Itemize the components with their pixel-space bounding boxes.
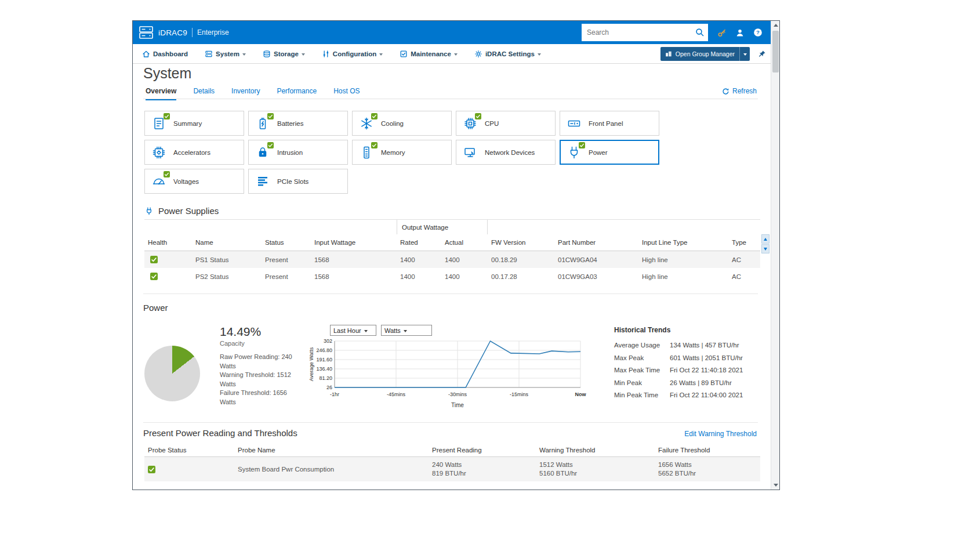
brand: iDRAC9 Enterprise <box>139 25 229 40</box>
raw-power-reading: Raw Power Reading: 240 Watts <box>220 353 294 371</box>
cell-rated: 1400 <box>397 268 441 285</box>
svg-text:-15mins: -15mins <box>510 392 529 397</box>
col-input-wattage: Input Wattage <box>311 234 397 251</box>
tile-label: Network Devices <box>485 149 535 156</box>
tile-batteries[interactable]: Batteries <box>248 111 348 136</box>
gear-icon <box>474 50 482 58</box>
svg-text:?: ? <box>756 29 760 35</box>
plug-icon <box>144 206 154 216</box>
cell-name: PS1 Status <box>192 251 262 268</box>
pcie-slots-icon <box>255 173 271 190</box>
scroll-down-button[interactable] <box>771 481 780 490</box>
brand-edition: Enterprise <box>197 28 229 37</box>
unit-select[interactable]: Watts <box>381 325 432 336</box>
nav-label: Dashboard <box>153 50 188 57</box>
tile-label: Batteries <box>277 120 303 127</box>
col-name: Name <box>192 234 262 251</box>
cell-actual: 1400 <box>441 251 488 268</box>
edit-warning-threshold-link[interactable]: Edit Warning Threshold <box>684 430 757 438</box>
tile-voltages[interactable]: Voltages <box>144 169 244 194</box>
thresholds-heading: Present Power Reading and Thresholds <box>143 428 297 438</box>
group-manager-dropdown[interactable] <box>739 47 750 61</box>
front-panel-icon <box>566 115 582 132</box>
health-ok-badge <box>144 457 234 481</box>
window-scrollbar[interactable] <box>771 21 779 490</box>
nav-item-configuration[interactable]: Configuration <box>322 50 383 58</box>
section-divider <box>143 293 758 294</box>
table-header-row: Probe Status Probe Name Present Reading … <box>144 443 760 457</box>
svg-text:-45mins: -45mins <box>387 392 406 397</box>
nav-item-maintenance[interactable]: Maintenance <box>400 50 458 58</box>
tile-label: Summary <box>173 120 202 127</box>
search-input[interactable] <box>587 28 695 37</box>
tile-summary[interactable]: Summary <box>144 111 244 136</box>
chevron-down-icon <box>454 53 458 56</box>
tile-label: CPU <box>485 120 499 127</box>
scrollbar-thumb[interactable] <box>772 31 779 72</box>
scroll-up-button[interactable] <box>771 21 780 30</box>
cell-failure-threshold: 1656 Watts 5652 BTU/hr <box>655 457 760 481</box>
power-trend-chart: 302246.80191.60136.4081.2026-1hr-45mins-… <box>308 336 586 409</box>
tile-power[interactable]: Power <box>560 140 659 165</box>
user-icon[interactable] <box>735 28 745 37</box>
nav-item-dashboard[interactable]: Dashboard <box>142 50 188 58</box>
cell-type: AC <box>728 251 760 268</box>
lock-icon <box>255 144 271 161</box>
cell-present-reading: 240 Watts 819 BTU/hr <box>429 457 536 481</box>
tile-label: Voltages <box>173 178 199 185</box>
health-ok-badge <box>164 171 170 177</box>
dashboard-icon <box>142 50 150 58</box>
refresh-button[interactable]: Refresh <box>722 87 757 95</box>
scroll-down-button[interactable] <box>761 244 770 253</box>
section-divider <box>143 422 758 423</box>
tile-network-devices[interactable]: Network Devices <box>456 140 556 165</box>
health-ok-badge <box>267 113 274 119</box>
svg-text:26: 26 <box>326 385 332 390</box>
nav-label: Maintenance <box>411 50 451 57</box>
key-icon[interactable] <box>717 28 727 37</box>
pin-icon[interactable] <box>758 50 766 58</box>
svg-text:302: 302 <box>324 338 332 344</box>
cell-part-number: 01CW9GA03 <box>554 268 638 285</box>
tile-front-panel[interactable]: Front Panel <box>560 111 659 136</box>
col-probe-name: Probe Name <box>234 443 429 456</box>
nav-item-storage[interactable]: Storage <box>263 50 305 58</box>
col-part-number: Part Number <box>554 234 638 251</box>
tile-cpu[interactable]: CPU <box>456 111 556 136</box>
cooling-icon <box>358 115 375 132</box>
trend-label: Average Usage <box>614 342 670 349</box>
open-group-manager-button[interactable]: Open Group Manager <box>660 47 750 61</box>
svg-text:Average Watts: Average Watts <box>308 347 314 381</box>
tile-cooling[interactable]: Cooling <box>352 111 452 136</box>
table-scrollbar <box>761 234 770 253</box>
power-heading: Power <box>143 303 168 313</box>
failure-threshold: Failure Threshold: 1656 Watts <box>220 389 294 407</box>
time-range-select[interactable]: Last Hour <box>330 325 376 336</box>
svg-text:246.80: 246.80 <box>316 347 332 353</box>
idrac-app-window: iDRAC9 Enterprise <box>132 20 780 490</box>
tile-accelerators[interactable]: Accelerators <box>144 140 244 165</box>
tile-memory[interactable]: Memory <box>352 140 452 165</box>
help-icon[interactable]: ? <box>753 28 763 37</box>
table-row: PS1 Status Present 1568 1400 1400 00.18.… <box>144 251 760 268</box>
nav-item-system[interactable]: System <box>205 50 246 58</box>
col-fw-version: FW Version <box>488 234 554 251</box>
col-health: Health <box>144 234 192 251</box>
storage-icon <box>263 50 271 58</box>
chevron-down-icon <box>538 53 541 56</box>
scroll-up-button[interactable] <box>761 234 770 244</box>
selected-value: Last Hour <box>333 327 361 334</box>
nav-item-idrac-settings[interactable]: iDRAC Settings <box>474 50 541 58</box>
cell-probe-name: System Board Pwr Consumption <box>234 457 429 481</box>
search-icon[interactable] <box>695 28 705 37</box>
cell-input-line-type: High line <box>638 268 728 285</box>
tile-pcie-slots[interactable]: PCIe Slots <box>248 169 348 194</box>
search-box[interactable] <box>582 24 708 41</box>
svg-text:Time: Time <box>451 402 464 408</box>
cell-fw-version: 00.18.29 <box>488 251 554 268</box>
tile-intrusion[interactable]: Intrusion <box>248 140 348 165</box>
col-present-reading: Present Reading <box>429 443 536 456</box>
capacity-pie-chart <box>144 346 200 401</box>
chart-controls: Last Hour Watts <box>330 325 432 336</box>
nav-label: Storage <box>274 50 299 57</box>
